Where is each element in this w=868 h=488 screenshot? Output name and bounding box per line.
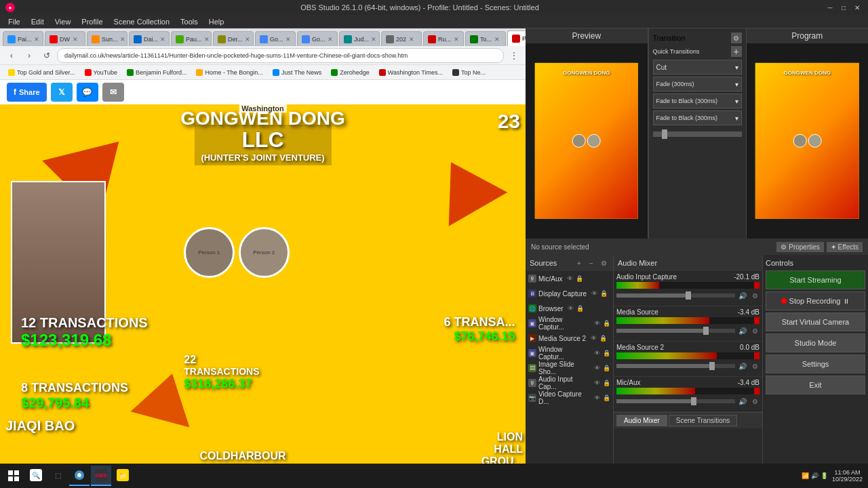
browser-tab-0[interactable]: Pai...✕ bbox=[3, 31, 43, 46]
menu-scene-collection[interactable]: Scene Collection bbox=[108, 15, 176, 28]
source-item-window-capture-1[interactable]: ▣ Window Captur... 👁 🔒 bbox=[526, 316, 613, 331]
volume-icon[interactable]: 🔊 bbox=[811, 472, 818, 479]
stop-recording-button[interactable]: Stop Recording ⏸ bbox=[766, 291, 865, 310]
source-item-browser[interactable]: 🌐 Browser 👁 🔒 bbox=[526, 301, 613, 316]
lock-icon-8[interactable]: 🔒 bbox=[602, 394, 610, 402]
lock-icon-2[interactable]: 🔒 bbox=[576, 304, 585, 312]
forward-button[interactable]: › bbox=[22, 48, 37, 63]
audio-gear-1[interactable]: ⚙ bbox=[750, 326, 760, 336]
menu-view[interactable]: View bbox=[50, 15, 77, 28]
start-button[interactable] bbox=[3, 465, 24, 487]
menu-tools[interactable]: Tools bbox=[175, 15, 203, 28]
extensions-button[interactable]: ⋮ bbox=[507, 48, 521, 63]
exit-button[interactable]: Exit bbox=[766, 375, 865, 394]
browser-tab-2[interactable]: Sun...✕ bbox=[87, 31, 127, 46]
minimize-button[interactable]: ─ bbox=[825, 2, 835, 13]
audio-gear-2[interactable]: ⚙ bbox=[750, 361, 760, 371]
add-source-button[interactable]: + bbox=[574, 258, 585, 268]
lock-icon-0[interactable]: 🔒 bbox=[576, 274, 584, 283]
studio-mode-button[interactable]: Studio Mode bbox=[766, 333, 865, 352]
add-quick-transition-button[interactable]: + bbox=[731, 46, 742, 57]
effects-button[interactable]: ✦ Effects bbox=[827, 242, 863, 252]
lock-icon-6[interactable]: 🔒 bbox=[602, 364, 610, 372]
eye-icon-2[interactable]: 👁 bbox=[567, 304, 575, 312]
close-button[interactable]: ✕ bbox=[852, 2, 863, 13]
fade-black-dropdown-2[interactable]: Fade to Black (300ms) ▾ bbox=[653, 110, 742, 125]
battery-icon[interactable]: 🔋 bbox=[821, 472, 828, 479]
messenger-share-button[interactable]: 💬 bbox=[77, 83, 98, 102]
properties-button[interactable]: ⚙ Properties bbox=[776, 242, 823, 252]
eye-icon-4[interactable]: 👁 bbox=[589, 334, 597, 342]
eye-icon-8[interactable]: 👁 bbox=[593, 394, 601, 402]
start-streaming-button[interactable]: Start Streaming bbox=[766, 270, 865, 289]
browser-tab-11[interactable]: To...✕ bbox=[465, 31, 506, 46]
source-item-mic-aux[interactable]: 🎙 Mic/Aux 👁 🔒 bbox=[526, 271, 613, 286]
browser-tab-4[interactable]: Pau...✕ bbox=[171, 31, 212, 46]
audio-gear-0[interactable]: ⚙ bbox=[750, 291, 760, 300]
menu-help[interactable]: Help bbox=[203, 15, 230, 28]
lock-icon-4[interactable]: 🔒 bbox=[599, 334, 607, 342]
eye-icon-6[interactable]: 👁 bbox=[593, 364, 601, 372]
cut-dropdown[interactable]: Cut ▾ bbox=[653, 60, 742, 75]
lock-icon-7[interactable]: 🔒 bbox=[602, 379, 610, 387]
bookmark-5[interactable]: Zerohedge bbox=[327, 66, 374, 79]
fade-black-dropdown-1[interactable]: Fade to Black (300ms) ▾ bbox=[653, 94, 742, 108]
bookmark-1[interactable]: YouTube bbox=[81, 66, 121, 79]
audio-mute-3[interactable]: 🔊 bbox=[738, 396, 747, 406]
source-item-video-capture[interactable]: 📷 Video Capture D... 👁 🔒 bbox=[526, 390, 613, 405]
browser-tab-5[interactable]: Der...✕ bbox=[213, 31, 254, 46]
eye-icon-7[interactable]: 👁 bbox=[593, 379, 601, 387]
menu-file[interactable]: File bbox=[3, 15, 26, 28]
maximize-button[interactable]: □ bbox=[838, 2, 849, 13]
bookmark-4[interactable]: Just The News bbox=[269, 66, 326, 79]
eye-icon-3[interactable]: 👁 bbox=[593, 319, 601, 327]
source-item-display-capture[interactable]: 🖥 Display Capture 👁 🔒 bbox=[526, 286, 613, 301]
audio-mute-1[interactable]: 🔊 bbox=[738, 326, 747, 336]
tab-audio-mixer[interactable]: Audio Mixer bbox=[616, 415, 667, 426]
taskbar-chrome[interactable] bbox=[69, 466, 90, 486]
bookmark-7[interactable]: Top Ne... bbox=[448, 66, 490, 79]
menu-edit[interactable]: Edit bbox=[26, 15, 50, 28]
taskbar-search[interactable]: 🔍 bbox=[26, 466, 46, 486]
source-settings-button[interactable]: ⚙ bbox=[598, 258, 609, 268]
eye-icon-5[interactable]: 👁 bbox=[593, 349, 601, 357]
audio-mute-0[interactable]: 🔊 bbox=[738, 291, 747, 300]
audio-slider-1[interactable] bbox=[616, 329, 735, 333]
browser-tab-7[interactable]: Go...✕ bbox=[297, 31, 338, 46]
start-virtual-camera-button[interactable]: Start Virtual Camera bbox=[766, 312, 865, 331]
facebook-share-button[interactable]: f Share bbox=[7, 83, 47, 102]
browser-tab-9[interactable]: 202✕ bbox=[381, 31, 422, 46]
address-bar[interactable] bbox=[57, 48, 504, 63]
remove-source-button[interactable]: − bbox=[586, 258, 597, 268]
taskbar-task-view[interactable]: ⬚ bbox=[47, 466, 68, 486]
menu-profile[interactable]: Profile bbox=[76, 15, 108, 28]
source-item-image-slide[interactable]: 🖼 Image Slide Sho... 👁 🔒 bbox=[526, 361, 613, 375]
reload-button[interactable]: ↺ bbox=[39, 48, 54, 63]
wifi-icon[interactable]: 📶 bbox=[802, 472, 809, 479]
fade-dropdown[interactable]: Fade (300ms) ▾ bbox=[653, 77, 742, 92]
transition-settings-button[interactable]: ⚙ bbox=[731, 33, 742, 43]
source-item-audio-input[interactable]: 🎙 Audio Input Cap... 👁 🔒 bbox=[526, 375, 613, 390]
audio-slider-3[interactable] bbox=[616, 399, 735, 403]
audio-mute-2[interactable]: 🔊 bbox=[738, 361, 747, 371]
browser-tab-6[interactable]: Go...✕ bbox=[255, 31, 296, 46]
settings-button[interactable]: Settings bbox=[766, 354, 865, 373]
back-button[interactable]: ‹ bbox=[4, 48, 19, 63]
browser-tab-10[interactable]: Ru...✕ bbox=[423, 31, 464, 46]
audio-slider-2[interactable] bbox=[616, 364, 735, 368]
bookmark-0[interactable]: Top Gold and Silver... bbox=[4, 66, 79, 79]
lock-icon-1[interactable]: 🔒 bbox=[599, 289, 608, 298]
lock-icon-5[interactable]: 🔒 bbox=[602, 349, 610, 357]
email-share-button[interactable]: ✉ bbox=[102, 83, 124, 102]
source-item-media-source-2[interactable]: ▶ Media Source 2 👁 🔒 bbox=[526, 331, 613, 346]
browser-tab-1[interactable]: DW✕ bbox=[45, 31, 85, 46]
taskbar-clock[interactable]: 11:06 AM 10/29/2022 bbox=[832, 469, 863, 483]
taskbar-obs[interactable]: OBS bbox=[91, 466, 111, 486]
audio-slider-0[interactable] bbox=[616, 293, 735, 298]
bookmark-6[interactable]: Washington Times... bbox=[375, 66, 447, 79]
taskbar-explorer[interactable]: 📁 bbox=[113, 466, 133, 486]
audio-gear-3[interactable]: ⚙ bbox=[750, 396, 760, 406]
eye-icon-1[interactable]: 👁 bbox=[590, 289, 598, 298]
source-item-window-capture-2[interactable]: ▣ Window Captur... 👁 🔒 bbox=[526, 346, 613, 361]
lock-icon-3[interactable]: 🔒 bbox=[602, 319, 610, 327]
